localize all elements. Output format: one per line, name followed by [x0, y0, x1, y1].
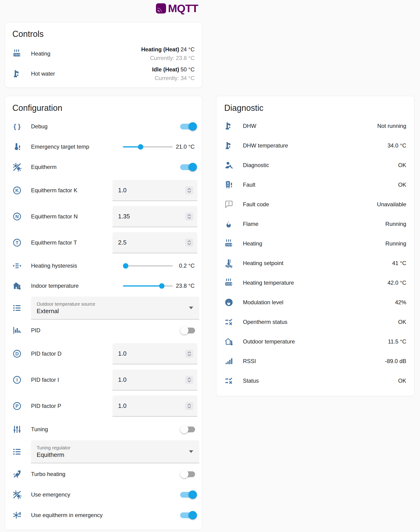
svg-text:D: D	[15, 351, 19, 356]
diag-label: Fault	[243, 181, 255, 188]
equitherm-toggle[interactable]	[180, 163, 197, 172]
config-row-equitherm-factor-t: T Equitherm factor T 2.5	[12, 230, 195, 256]
configuration-card-title: Configuration	[12, 103, 195, 113]
diag-value: 42%	[395, 299, 406, 306]
control-row-hot-water[interactable]: Hot water Idle (Heat)50 °C Currently: 34…	[12, 64, 195, 84]
diagnostic-card: Diagnostic DHW Not running DHW temperatu…	[216, 96, 414, 396]
use-emergency-toggle[interactable]	[180, 490, 197, 499]
stepper-icon[interactable]	[185, 350, 193, 358]
diag-row-fault[interactable]: Fault OK	[224, 175, 406, 195]
stepper-icon[interactable]	[185, 213, 193, 221]
diag-label: Diagnostic	[243, 162, 269, 168]
equitherm-factor-t-input[interactable]: 2.5	[112, 232, 197, 253]
radiator-icon	[224, 239, 234, 248]
stepper-icon[interactable]	[185, 376, 193, 384]
heating-hysteresis-slider[interactable]	[123, 263, 173, 268]
setting-label: Debug	[31, 123, 48, 130]
setting-label: PID	[31, 327, 40, 334]
diag-value: OK	[398, 181, 406, 188]
diag-row-status[interactable]: Status OK	[224, 371, 406, 391]
config-row-use-emergency: Use emergency	[12, 484, 195, 505]
diag-value: OK	[398, 378, 406, 384]
setting-label: PID factor I	[31, 377, 59, 383]
diag-row-heating[interactable]: Heating Running	[224, 234, 406, 253]
debug-toggle[interactable]	[180, 122, 197, 131]
controls-card-title: Controls	[12, 29, 195, 39]
account-wrench-icon	[224, 161, 234, 170]
sun-snowflake-icon	[12, 163, 22, 172]
list-bulleted-icon	[12, 303, 22, 313]
pid-factor-i-input[interactable]: 1.0	[112, 369, 197, 390]
fire-circle-icon	[224, 298, 234, 307]
setting-label: Indoor temperature	[31, 282, 79, 289]
select-value: Equitherm	[37, 451, 71, 458]
stepper-icon[interactable]	[185, 402, 193, 410]
setting-label: PID factor D	[31, 351, 62, 357]
outdoor-temperature-source-select[interactable]: Outdoor temperature source External	[31, 296, 199, 319]
equitherm-factor-k-input[interactable]: 1.0	[112, 180, 197, 201]
diag-label: Modulation level	[243, 299, 283, 306]
tuning-toggle[interactable]	[180, 425, 197, 434]
diag-value: OK	[398, 162, 406, 168]
dropdown-arrow-icon[interactable]	[189, 307, 193, 309]
diag-row-fault-code[interactable]: Fault code Unavailable	[224, 195, 406, 214]
diag-row-opentherm-status[interactable]: Opentherm status OK	[224, 312, 406, 332]
diag-row-rssi[interactable]: RSSI -89.0 dB	[224, 351, 406, 371]
setting-label: Equitherm	[31, 164, 57, 170]
dropdown-arrow-icon[interactable]	[189, 450, 193, 453]
stepper-icon[interactable]	[185, 186, 193, 194]
diag-row-dhw[interactable]: DHW Not running	[224, 116, 406, 136]
diag-label: Heating	[243, 240, 262, 247]
diag-label: Outdoor temperature	[243, 338, 295, 345]
control-state: Heating (Heat)24 °C Currently: 23.8 °C	[141, 45, 195, 62]
control-state: Idle (Heat)50 °C Currently: 34 °C	[152, 66, 195, 82]
alpha-n-circle-icon: N	[12, 212, 22, 221]
control-label: Heating	[31, 50, 50, 57]
config-row-heating-hysteresis: Heating hysteresis 0.2 °C	[12, 256, 195, 276]
pid-factor-d-input[interactable]: 1.0	[112, 343, 197, 364]
diag-value: Running	[386, 221, 406, 227]
emergency-target-temp-slider[interactable]	[123, 144, 173, 149]
use-equitherm-in-emergency-toggle[interactable]	[180, 511, 197, 520]
setting-label: Tuning	[31, 426, 48, 433]
config-row-emergency-target-temp: Emergency target temp 21.0 °C	[12, 137, 195, 157]
alpha-d-circle-icon: D	[12, 349, 22, 358]
pid-factor-p-input[interactable]: 1.0	[112, 396, 197, 416]
diag-row-modulation-level[interactable]: Modulation level 42%	[224, 293, 406, 312]
config-row-pid-factor-d: D PID factor D 1.0	[12, 341, 195, 367]
diag-label: Status	[243, 378, 259, 384]
equitherm-factor-n-input[interactable]: 1.35	[112, 206, 197, 227]
config-row-equitherm: Equitherm	[12, 157, 195, 177]
slider-value: 23.8 °C	[174, 282, 195, 290]
stepper-icon[interactable]	[185, 239, 193, 247]
snowflake-alert-icon	[12, 511, 22, 520]
diag-row-flame[interactable]: Flame Running	[224, 214, 406, 234]
diag-label: DHW	[243, 123, 256, 129]
diag-row-dhw-temperature[interactable]: DHW temperature 34.0 °C	[224, 136, 406, 155]
tuning-regulator-select[interactable]: Tuning regulator Equitherm	[31, 440, 199, 463]
signal-icon	[224, 356, 234, 366]
list-status-icon	[224, 376, 234, 385]
diag-row-heating-setpoint[interactable]: Heating setpoint 41 °C	[224, 253, 406, 273]
diag-row-heating-temperature[interactable]: Heating temperature 42.0 °C	[224, 273, 406, 293]
alpha-k-circle-icon: K	[12, 186, 22, 195]
setting-label: Equitherm factor T	[31, 239, 77, 246]
mqtt-logo: MQTT	[155, 2, 198, 15]
svg-text:T: T	[16, 240, 18, 245]
indoor-temperature-slider[interactable]	[123, 283, 173, 289]
svg-text:I: I	[16, 377, 18, 383]
config-row-tuning-regulator: Tuning regulator Equitherm	[12, 440, 195, 464]
slider-value: 21.0 °C	[174, 143, 195, 151]
slider-value: 0.2 °C	[174, 262, 195, 270]
diag-row-outdoor-temperature[interactable]: Outdoor temperature 11.5 °C	[224, 332, 406, 351]
diag-row-diagnostic[interactable]: Diagnostic OK	[224, 155, 406, 175]
pid-toggle[interactable]	[180, 326, 197, 335]
diag-label: Fault code	[243, 201, 269, 208]
state-value: 24 °C	[180, 46, 195, 53]
alpha-t-circle-icon: T	[12, 238, 22, 247]
config-row-equitherm-factor-k: K Equitherm factor K 1.0	[12, 177, 195, 204]
message-alert-icon	[224, 200, 234, 209]
sun-snowflake-icon	[12, 490, 22, 499]
control-row-heating[interactable]: Heating Heating (Heat)24 °C Currently: 2…	[12, 44, 195, 64]
turbo-heating-toggle[interactable]	[180, 470, 197, 479]
